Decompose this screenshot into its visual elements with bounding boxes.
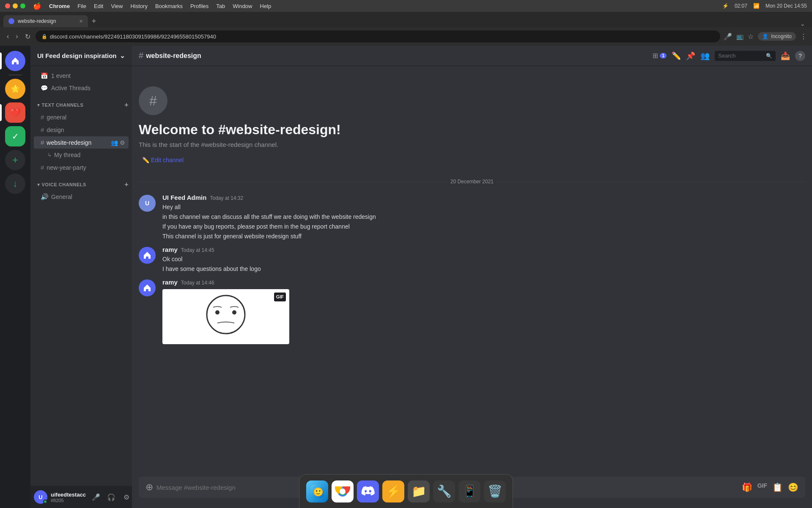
forward-button[interactable]: ›	[14, 31, 19, 42]
menu-window[interactable]: Window	[233, 3, 252, 9]
dock-discord[interactable]	[357, 480, 379, 502]
menu-chrome[interactable]: Chrome	[49, 3, 70, 9]
dock-thunderbird[interactable]: ⚡	[382, 480, 404, 502]
mic-icon[interactable]: 🎤	[724, 33, 732, 41]
dock-extra2[interactable]: 📱	[458, 480, 480, 502]
channel-header-name: # website-redesign	[139, 51, 201, 61]
emoji-icon[interactable]: 😊	[788, 482, 798, 492]
gift-icon[interactable]: 🎁	[742, 482, 752, 492]
active-threads-label: Active Threads	[51, 85, 91, 91]
discover-button[interactable]: ↓	[5, 174, 25, 194]
channel-name: website-redesign	[47, 139, 91, 146]
extensions-icon[interactable]: ⋮	[800, 33, 807, 41]
channel-general[interactable]: # general	[34, 111, 129, 123]
macos-dock: 🙂 ⚡ 📁 🔧 📱 🗑️	[299, 474, 513, 508]
settings-button[interactable]: ⚙	[120, 490, 133, 504]
channel-website-redesign[interactable]: # website-redesign 👥 ⚙	[34, 136, 129, 149]
server-icon-2[interactable]: ❤️	[5, 102, 25, 123]
browser-tab[interactable]: website-redesign ✕	[3, 15, 88, 27]
pin-tool[interactable]: 📌	[686, 51, 695, 61]
sticker-icon[interactable]: 📋	[772, 482, 783, 492]
add-thread-icon[interactable]: 👥	[111, 139, 118, 146]
help-tool[interactable]: ?	[795, 51, 805, 61]
dock-files[interactable]: 📁	[408, 480, 430, 502]
new-tab-button[interactable]: +	[88, 15, 100, 27]
main-content: # website-redesign ⊞ 1 ✏️ 📌 👥 Search 🔍 📥…	[132, 46, 812, 508]
message-line: I have some questions about the logo	[162, 265, 805, 273]
attach-button[interactable]: ⊕	[145, 477, 153, 498]
maximize-button[interactable]	[20, 3, 25, 8]
close-button[interactable]	[5, 3, 10, 8]
menu-tab[interactable]: Tab	[216, 3, 225, 9]
headphone-button[interactable]: 🎧	[104, 490, 118, 504]
menu-edit[interactable]: Edit	[94, 3, 103, 9]
traffic-lights[interactable]	[5, 3, 25, 8]
add-channel-button[interactable]: +	[124, 101, 129, 109]
events-icon: 📅	[41, 72, 48, 79]
events-item[interactable]: 📅 1 event	[34, 70, 129, 82]
dock-chrome[interactable]	[332, 480, 354, 502]
edit-channel-button[interactable]: ✏️ Edit channel	[139, 155, 187, 165]
search-bar[interactable]: Search 🔍	[715, 51, 776, 61]
dock-trash[interactable]: 🗑️	[484, 480, 506, 502]
cast-icon[interactable]: 📺	[736, 33, 743, 40]
channel-name: new-year-party	[47, 164, 86, 171]
hash-icon: #	[139, 51, 143, 61]
menu-file[interactable]: File	[77, 3, 86, 9]
threads-tool[interactable]: ⊞ 1	[653, 52, 667, 60]
settings-icon[interactable]: ⚙	[120, 139, 125, 146]
minimize-button[interactable]	[13, 3, 18, 8]
profile-button[interactable]: 👤 Incognito	[758, 32, 796, 41]
channel-design[interactable]: # design	[34, 124, 129, 136]
add-voice-channel-button[interactable]: +	[124, 181, 129, 188]
tab-close-button[interactable]: ✕	[79, 19, 83, 24]
voice-channels-category[interactable]: ▾ VOICE CHANNELS +	[30, 174, 132, 190]
server-name-bar[interactable]: UI Feed design inspiration ⌄	[30, 46, 132, 66]
dock-extra1[interactable]: 🔧	[433, 480, 455, 502]
server-icon-3[interactable]: ✓	[5, 126, 25, 146]
url-bar[interactable]: 🔒 discord.com/channels/92249118030915998…	[36, 30, 721, 42]
speaker-icon: 🔊	[41, 193, 49, 201]
message-header: UI Feed Admin Today at 14:32	[162, 194, 805, 201]
category-chevron-icon: ▾	[37, 102, 40, 108]
message-line: If you have any bug reports, please post…	[162, 222, 805, 231]
text-channels-category[interactable]: ▾ TEXT CHANNELS +	[30, 94, 132, 110]
user-controls: 🎤 🎧 ⚙	[89, 490, 133, 504]
message-timestamp: Today at 14:45	[181, 247, 214, 253]
menu-bookmarks[interactable]: Bookmarks	[155, 3, 183, 9]
microphone-button[interactable]: 🎤	[89, 490, 103, 504]
message-text: Ok cool I have some questions about the …	[162, 255, 805, 273]
channel-name: My thread	[54, 152, 80, 158]
url-text: discord.com/channels/922491180309159986/…	[50, 33, 216, 40]
discord-home-button[interactable]	[5, 51, 25, 71]
add-server-button[interactable]: +	[5, 150, 25, 170]
message-text: GIF	[162, 289, 805, 344]
date-label: 20 December 2021	[450, 179, 494, 185]
server-dropdown-icon: ⌄	[120, 52, 125, 60]
search-icon: 🔍	[766, 53, 772, 59]
menu-history[interactable]: History	[130, 3, 147, 9]
user-avatar: U	[34, 490, 47, 504]
bookmark-icon[interactable]: ☆	[748, 33, 754, 41]
refresh-button[interactable]: ↻	[23, 31, 32, 42]
server-icon-1[interactable]: 🌟	[5, 79, 25, 99]
apple-icon[interactable]: 🍎	[33, 2, 41, 10]
dock-finder[interactable]: 🙂	[306, 480, 328, 502]
members-tool[interactable]: 👥	[700, 51, 710, 61]
menu-help[interactable]: Help	[260, 3, 272, 9]
channel-voice-general[interactable]: 🔊 General	[34, 190, 129, 203]
menu-profiles[interactable]: Profiles	[190, 3, 208, 9]
tabs-menu-button[interactable]: ⌄	[800, 20, 805, 27]
pencil-tool[interactable]: ✏️	[672, 51, 681, 61]
inbox-tool[interactable]: 📥	[781, 51, 790, 61]
channel-new-year-party[interactable]: # new-year-party	[34, 161, 129, 174]
gif-button[interactable]: GIF	[757, 482, 767, 492]
active-threads-item[interactable]: 💬 Active Threads	[34, 82, 129, 94]
search-placeholder: Search	[718, 52, 735, 59]
user-bar: U uifeedtestacc #8205 🎤 🎧 ⚙	[30, 486, 132, 508]
channel-my-thread[interactable]: ↳ My thread	[34, 149, 129, 161]
message-line: Ok cool	[162, 255, 805, 264]
server-divider	[8, 75, 22, 75]
menu-view[interactable]: View	[111, 3, 123, 9]
back-button[interactable]: ‹	[5, 31, 11, 42]
